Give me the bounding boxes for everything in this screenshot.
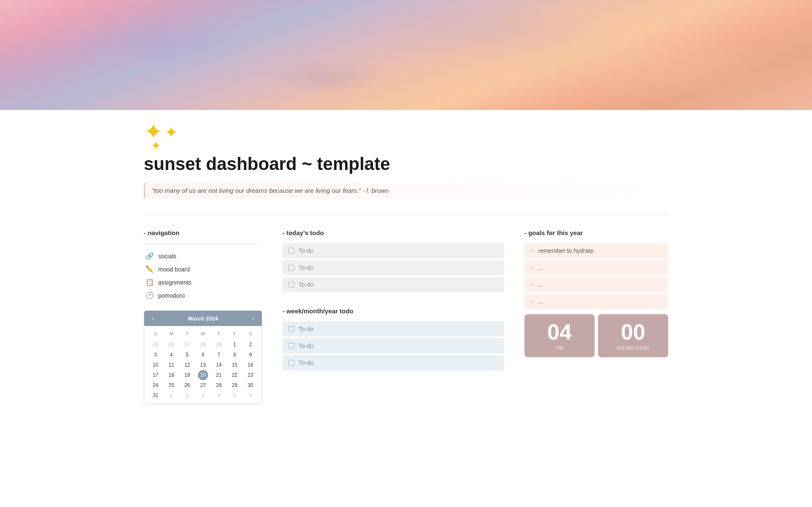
week-todo-list: To-do To-do To-do	[283, 321, 504, 370]
sparkle-decoration: ✦✦ ✦	[144, 120, 668, 152]
today-todo-heading: - today's todo	[283, 229, 504, 236]
calendar-grid: S M T W T F S 25 26 27 28 29	[144, 326, 262, 404]
cal-cell[interactable]: 31	[148, 390, 163, 400]
cal-cell[interactable]: 21	[211, 370, 227, 380]
cal-cell[interactable]: 26	[163, 340, 179, 350]
todo-item[interactable]: To-do	[283, 338, 504, 354]
cal-cell[interactable]: 28	[195, 340, 211, 350]
goal-item[interactable]: ☆ remember to hydrate	[524, 243, 668, 258]
cal-cell[interactable]: 26	[179, 380, 195, 390]
cal-cell[interactable]: 23	[243, 370, 258, 380]
week-todo-section: - week/month/year todo To-do To-do To-do	[283, 307, 504, 370]
nav-label-socials: socials	[158, 253, 176, 260]
cal-cell[interactable]: 4	[211, 390, 227, 400]
cal-day-tue: T	[179, 329, 195, 338]
cal-cell[interactable]: 27	[195, 380, 211, 390]
calendar-week-1: 25 26 27 28 29 1 2	[148, 340, 258, 350]
calendar-prev-button[interactable]: ‹	[149, 314, 156, 323]
goal-item[interactable]: ☆ ...	[524, 294, 668, 309]
header-banner	[0, 0, 812, 110]
cal-cell[interactable]: 2	[243, 340, 258, 350]
nav-item-moodboard[interactable]: ✏️ mood board	[144, 263, 262, 276]
cal-cell[interactable]: 29	[211, 340, 227, 350]
cal-cell[interactable]: 1	[227, 340, 242, 350]
todo-checkbox[interactable]	[288, 265, 294, 271]
cal-cell[interactable]: 4	[163, 350, 179, 360]
nav-divider	[144, 243, 262, 244]
main-grid: - navigation 🔗 socials ✏️ mood board 📋 a…	[144, 229, 668, 404]
todo-item[interactable]: To-do	[283, 355, 504, 370]
nav-item-socials[interactable]: 🔗 socials	[144, 249, 262, 263]
nav-heading: - navigation	[144, 229, 262, 236]
cal-cell[interactable]: 25	[148, 340, 163, 350]
today-todo-list: To-do To-do To-do	[283, 243, 504, 292]
calendar-next-button[interactable]: ›	[250, 314, 257, 323]
cal-cell[interactable]: 7	[211, 350, 227, 360]
todo-column: - today's todo To-do To-do To-do	[283, 229, 504, 386]
cal-cell[interactable]: 1	[163, 390, 179, 400]
cal-cell[interactable]: 29	[227, 380, 242, 390]
today-todo-section: - today's todo To-do To-do To-do	[283, 229, 504, 292]
cal-cell[interactable]: 11	[163, 360, 179, 370]
cal-cell[interactable]: 9	[243, 350, 258, 360]
cal-cell[interactable]: 10	[148, 360, 163, 370]
cal-cell[interactable]: 5	[179, 350, 195, 360]
pencil-icon: ✏️	[145, 265, 154, 273]
cal-cell[interactable]: 3	[195, 390, 211, 400]
todo-item[interactable]: To-do	[283, 243, 504, 258]
todo-checkbox[interactable]	[288, 326, 294, 332]
cal-cell[interactable]: 24	[148, 380, 163, 390]
cal-day-sat: S	[243, 329, 258, 338]
todo-checkbox[interactable]	[288, 360, 294, 366]
cal-cell[interactable]: 17	[148, 370, 163, 380]
cal-cell[interactable]: 15	[227, 360, 242, 370]
todo-label: To-do	[299, 343, 313, 349]
cal-cell[interactable]: 6	[243, 390, 258, 400]
calendar-week-3: 10 11 12 13 14 15 16	[148, 360, 258, 370]
timer-icon: 🕐	[145, 291, 154, 299]
todo-checkbox[interactable]	[288, 248, 294, 254]
cal-cell-today[interactable]: 20	[198, 370, 208, 380]
calendar-week-4: 17 18 19 20 21 22 23	[148, 370, 258, 380]
goal-item[interactable]: ☆ ...	[524, 260, 668, 275]
nav-label-pomodoro: pomodoro	[158, 292, 185, 299]
calendar-week-5: 24 25 26 27 28 29 30	[148, 380, 258, 390]
cal-cell[interactable]: 14	[211, 360, 227, 370]
cal-cell[interactable]: 25	[163, 380, 179, 390]
todo-checkbox[interactable]	[288, 282, 294, 288]
star-icon: ☆	[529, 264, 535, 271]
cal-cell[interactable]: 27	[179, 340, 195, 350]
cal-day-fri: F	[227, 329, 242, 338]
cal-cell[interactable]: 22	[227, 370, 242, 380]
goal-item[interactable]: ☆ ...	[524, 277, 668, 292]
cal-cell[interactable]: 13	[195, 360, 211, 370]
nav-item-pomodoro[interactable]: 🕐 pomodoro	[144, 289, 262, 302]
todo-item[interactable]: To-do	[283, 321, 504, 337]
clock-period: PM	[535, 345, 584, 351]
cal-cell[interactable]: 16	[243, 360, 258, 370]
cal-cell[interactable]: 12	[179, 360, 195, 370]
clock-minute: 00	[608, 321, 658, 343]
cal-cell[interactable]: 8	[227, 350, 242, 360]
clock-minute-block: 00 WEDNESDAY	[598, 314, 668, 357]
todo-item[interactable]: To-do	[283, 277, 504, 292]
nav-item-assignments[interactable]: 📋 assignments	[144, 276, 262, 289]
cal-cell[interactable]: 6	[195, 350, 211, 360]
todo-checkbox[interactable]	[288, 343, 294, 349]
quote-author: - l. brown	[362, 187, 389, 194]
goal-label: ...	[538, 281, 543, 288]
cal-cell[interactable]: 2	[179, 390, 195, 400]
calendar-header: ‹ March 2024 ›	[144, 311, 262, 326]
todo-item[interactable]: To-do	[283, 260, 504, 275]
cal-cell[interactable]: 3	[148, 350, 163, 360]
cal-cell[interactable]: 18	[163, 370, 179, 380]
cal-cell[interactable]: 5	[227, 390, 242, 400]
cal-day-wed: W	[195, 329, 211, 338]
goal-label: ...	[538, 298, 543, 305]
goal-label: remember to hydrate	[538, 247, 593, 254]
goals-heading: - goals for this year	[524, 229, 668, 236]
section-divider	[144, 215, 668, 216]
cal-cell[interactable]: 30	[243, 380, 258, 390]
cal-cell[interactable]: 19	[179, 370, 195, 380]
cal-cell[interactable]: 28	[211, 380, 227, 390]
